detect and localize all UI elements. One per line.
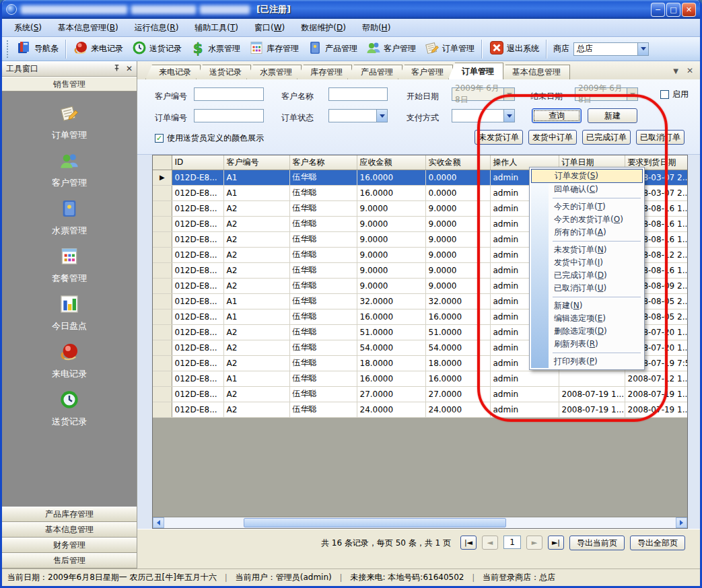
prev-page-button[interactable]: ◄ — [482, 536, 498, 550]
context-menu-item[interactable]: 发货中订单(I) — [531, 256, 643, 269]
row-selector-cell[interactable] — [153, 185, 172, 200]
row-selector-cell[interactable] — [153, 278, 172, 293]
chevron-down-icon[interactable] — [637, 43, 648, 55]
status-filter-button[interactable]: 发货中订单 — [528, 130, 577, 145]
chevron-down-icon[interactable] — [503, 110, 514, 122]
row-selector-cell[interactable] — [153, 200, 172, 216]
context-menu-item[interactable]: 回单确认(C) — [531, 183, 643, 196]
horizontal-scrollbar[interactable] — [153, 517, 687, 528]
tab-来电记录[interactable]: 来电记录 — [145, 65, 201, 79]
shop-combo[interactable]: 总店 — [573, 42, 649, 56]
chevron-down-icon[interactable] — [376, 110, 387, 122]
row-selector-cell[interactable]: ▶ — [153, 170, 172, 185]
tab-订单管理[interactable]: 订单管理 — [448, 63, 503, 79]
toolbar-grip[interactable] — [7, 40, 10, 58]
table-row[interactable]: 012D-E8...A2伍华聪24.000024.0000admin2008-0… — [153, 402, 688, 417]
new-button[interactable]: 新建 — [588, 108, 637, 123]
column-header[interactable]: ID — [172, 155, 223, 170]
sidebar-group-button[interactable]: 基本信息管理 — [2, 522, 137, 538]
tab-水票管理[interactable]: 水票管理 — [246, 65, 302, 79]
scroll-right-icon[interactable] — [676, 517, 687, 528]
context-menu-item[interactable]: 订单发货(S) — [531, 169, 643, 183]
column-header[interactable]: 应收金额 — [357, 155, 425, 170]
toolbar-button-1[interactable]: 导航条 — [12, 39, 63, 59]
toolbar-button-9[interactable]: 退出系统 — [485, 39, 543, 59]
query-button[interactable]: 查询 — [532, 108, 582, 123]
sidebar-group-button[interactable]: 售后管理 — [2, 553, 137, 568]
customer-no-input[interactable] — [194, 87, 264, 101]
export-current-page-button[interactable]: 导出当前页 — [569, 536, 625, 550]
toolbar-button-8[interactable]: 订单管理 — [420, 39, 479, 59]
sidebar-group-button[interactable]: 产品库存管理 — [2, 507, 137, 522]
tab-客户管理[interactable]: 客户管理 — [398, 65, 453, 79]
menu-item[interactable]: 数据维护(D) — [293, 19, 354, 36]
column-header[interactable]: 实收金额 — [425, 155, 490, 170]
row-selector-cell[interactable] — [153, 402, 172, 417]
tab-产品管理[interactable]: 产品管理 — [347, 65, 402, 79]
scroll-left-icon[interactable] — [153, 517, 164, 528]
close-icon[interactable]: ✕ — [126, 64, 133, 73]
order-status-combo[interactable] — [328, 109, 388, 122]
row-selector-cell[interactable] — [153, 309, 172, 324]
sidebar-item[interactable]: 水票管理 — [2, 198, 137, 237]
context-menu-item[interactable]: 已取消订单(U) — [531, 282, 643, 295]
maximize-button[interactable]: □ — [666, 3, 680, 17]
context-menu-item[interactable]: 未发货订单(N) — [531, 244, 643, 256]
menu-item[interactable]: 窗口(W) — [246, 19, 293, 36]
table-row[interactable]: 012D-E8...A2伍华聪27.000027.0000admin2008-0… — [153, 386, 688, 402]
next-page-button[interactable]: ► — [526, 536, 542, 550]
tab-close-icon[interactable]: ✕ — [687, 66, 693, 75]
tab-list-chevron-icon[interactable]: ▼ — [673, 67, 678, 75]
context-menu-item[interactable]: 删除选定项(D) — [531, 325, 643, 338]
status-filter-button[interactable]: 已取消订单 — [636, 130, 685, 145]
menu-item[interactable]: 运行信息(R) — [127, 19, 187, 36]
toolbar-button-3[interactable]: 送货记录 — [127, 39, 186, 59]
sidebar-item[interactable]: 订单管理 — [2, 102, 137, 141]
context-menu-item[interactable]: 今天的发货订单(O) — [531, 213, 643, 226]
customer-name-input[interactable] — [328, 87, 388, 101]
minimize-button[interactable]: ─ — [651, 3, 665, 17]
row-selector-cell[interactable] — [153, 340, 172, 355]
status-filter-button[interactable]: 已完成订单 — [582, 130, 631, 145]
sidebar-item[interactable]: 套餐管理 — [2, 246, 137, 285]
row-selector-cell[interactable] — [153, 371, 172, 386]
row-selector-cell[interactable] — [153, 216, 172, 231]
scrollbar-track[interactable] — [164, 517, 676, 528]
row-selector-cell[interactable] — [153, 262, 172, 278]
context-menu-item[interactable]: 今天的订单(T) — [531, 200, 643, 213]
status-filter-button[interactable]: 未发货订单 — [475, 130, 523, 145]
color-display-checkbox[interactable]: ✓使用送货员定义的颜色展示 — [155, 133, 264, 144]
toolbar-button-5[interactable]: 库存管理 — [244, 39, 303, 59]
toolbar-button-2[interactable]: 来电记录 — [69, 39, 127, 59]
sidebar-item[interactable]: 今日盘点 — [2, 293, 137, 332]
menu-item[interactable]: 系统(S) — [6, 19, 50, 36]
context-menu-item[interactable]: 新建(N) — [531, 299, 643, 312]
first-page-button[interactable]: |◄ — [460, 536, 477, 550]
menu-item[interactable]: 辅助工具(T) — [186, 19, 246, 36]
pay-method-combo[interactable] — [452, 109, 515, 122]
start-date-picker[interactable]: 2009年 6月 8日 — [452, 87, 515, 101]
page-number-input[interactable]: 1 — [503, 536, 521, 549]
context-menu-item[interactable]: 已完成订单(D) — [531, 269, 643, 282]
sidebar-group-button[interactable]: 财务管理 — [2, 538, 137, 553]
close-button[interactable]: ✕ — [682, 3, 696, 17]
tab-基本信息管理[interactable]: 基本信息管理 — [499, 65, 570, 79]
row-selector-cell[interactable] — [153, 247, 172, 262]
context-menu-item[interactable]: 所有的订单(A) — [531, 226, 643, 239]
column-header[interactable]: 客户名称 — [289, 155, 357, 170]
end-date-picker[interactable]: 2009年 6月 8日 — [575, 87, 638, 101]
toolbar-button-6[interactable]: 产品管理 — [303, 39, 361, 59]
context-menu-item[interactable]: 编辑选定项(E) — [531, 312, 643, 325]
tab-送货记录[interactable]: 送货记录 — [196, 65, 251, 79]
table-row[interactable]: 012D-E8...A1伍华聪16.000016.0000admin2008-0… — [153, 371, 688, 386]
row-selector-cell[interactable] — [153, 386, 172, 402]
context-menu-item[interactable]: 刷新列表(R) — [531, 338, 643, 351]
toolbar-button-7[interactable]: 客户管理 — [361, 39, 420, 59]
row-selector-cell[interactable] — [153, 293, 172, 309]
column-header[interactable]: 客户编号 — [223, 155, 289, 170]
enable-checkbox[interactable]: 启用 — [660, 89, 689, 100]
order-no-input[interactable] — [194, 109, 264, 122]
sidebar-item[interactable]: 客户管理 — [2, 150, 137, 189]
export-all-pages-button[interactable]: 导出全部页 — [630, 536, 685, 550]
row-selector-cell[interactable] — [153, 355, 172, 371]
